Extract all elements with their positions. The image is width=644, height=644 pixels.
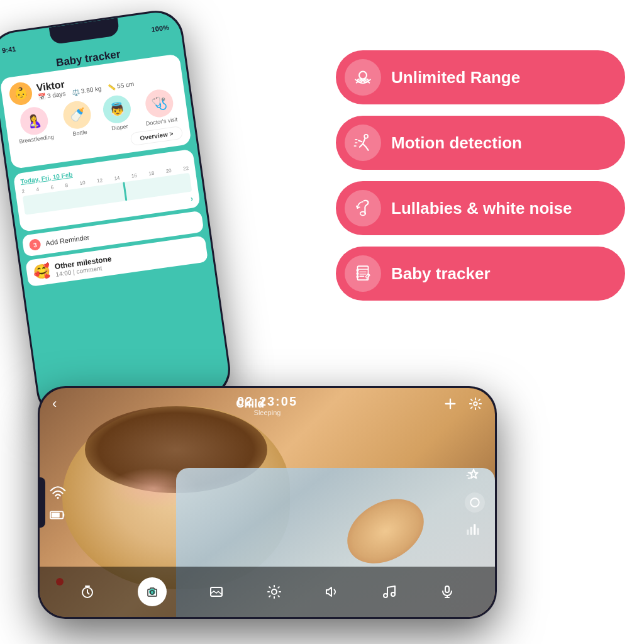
reminder-badge: 3 <box>29 238 42 251</box>
diaper-label: Diaper <box>111 123 129 132</box>
svg-rect-30 <box>445 586 449 592</box>
battery-icon <box>50 510 66 520</box>
unlimited-range-icon-wrap <box>345 59 381 96</box>
camera-back-button[interactable]: ‹ <box>52 396 57 412</box>
svg-point-11 <box>357 276 358 278</box>
landscape-notch <box>38 477 45 528</box>
overview-button[interactable]: Overview > <box>130 126 183 146</box>
svg-rect-22 <box>477 528 479 535</box>
svg-rect-17 <box>52 513 60 517</box>
lullabies-icon <box>352 197 374 219</box>
svg-point-18 <box>470 498 479 507</box>
breastfeeding-label: Breastfeeding <box>19 133 54 145</box>
lullabies-label: Lullabies & white noise <box>391 199 572 218</box>
cam-timer-icon[interactable] <box>80 584 95 599</box>
svg-point-0 <box>359 72 367 79</box>
weight-icon: ⚖️ <box>71 87 79 96</box>
doctor-label: Doctor's visit <box>145 116 178 127</box>
camera-timer: 02:23:05 Sleeping <box>237 394 297 416</box>
baby-tracker-icon-wrap <box>345 255 381 292</box>
milestone-emoji: 🥰 <box>32 262 51 281</box>
track-doctor[interactable]: 🩺 Doctor's visit <box>142 87 178 127</box>
svg-point-10 <box>357 273 358 275</box>
svg-point-28 <box>384 594 387 597</box>
svg-rect-20 <box>470 527 472 535</box>
lullabies-icon-wrap <box>345 190 381 226</box>
baby-avatar: 👶 <box>8 81 34 107</box>
timeline-expand-btn[interactable]: › <box>190 194 194 203</box>
ruler-icon: 📏 <box>107 82 115 91</box>
cam-brightness-icon[interactable] <box>267 584 282 599</box>
svg-point-29 <box>391 592 395 596</box>
track-diaper[interactable]: 👼 Diaper <box>101 94 133 133</box>
portrait-time: 9:41 <box>1 45 16 54</box>
add-icon[interactable] <box>443 397 457 411</box>
cam-camera-active-icon[interactable] <box>138 577 167 606</box>
camera-sleeping-status: Sleeping <box>237 409 297 416</box>
unlimited-range-label: Unlimited Range <box>391 68 520 87</box>
camera-top-right <box>443 397 482 411</box>
cam-snapshot-icon[interactable] <box>465 492 485 513</box>
camera-bottom-bar <box>40 567 495 617</box>
feature-unlimited-range: Unlimited Range <box>336 50 625 104</box>
breastfeeding-icon-circle: 🤱 <box>18 106 50 137</box>
camera-left-icons <box>50 485 66 520</box>
feature-lullabies: Lullabies & white noise <box>336 181 625 235</box>
doctor-icon-circle: 🩺 <box>143 88 175 119</box>
svg-rect-19 <box>467 530 469 535</box>
camera-time: 02:23:05 <box>237 394 297 409</box>
timeline-marker <box>123 182 127 201</box>
feature-baby-tracker: Baby tracker <box>336 247 625 301</box>
cam-volume-bars-icon[interactable] <box>465 521 481 538</box>
cam-microphone-icon[interactable] <box>440 584 455 599</box>
portrait-content: 👶 Viktor 📅 3 days ⚖️ 3.80 kg <box>0 53 226 413</box>
wifi-icon <box>50 485 66 501</box>
svg-point-27 <box>272 589 277 594</box>
motion-detection-icon <box>352 132 374 153</box>
track-bottle[interactable]: 🍼 Bottle <box>62 99 94 138</box>
portrait-phone: 9:41 100% Baby tracker 👶 Viktor 📅 <box>0 7 234 420</box>
motion-detection-label: Motion detection <box>391 133 522 153</box>
svg-line-8 <box>367 279 367 280</box>
svg-point-14 <box>474 402 477 406</box>
cam-lullaby-icon[interactable] <box>382 584 397 599</box>
reminder-label: Add Reminder <box>45 233 90 247</box>
scene: Unlimited Range Motion detection <box>0 0 644 644</box>
features-list: Unlimited Range Motion detection <box>336 50 625 301</box>
motion-detection-icon-wrap <box>345 125 381 161</box>
portrait-phone-inner: 9:41 100% Baby tracker 👶 Viktor 📅 <box>0 9 231 418</box>
cam-motion-icon[interactable] <box>465 467 481 484</box>
track-breastfeeding[interactable]: 🤱 Breastfeeding <box>14 105 54 145</box>
portrait-battery: 100% <box>151 23 170 33</box>
calendar-icon: 📅 <box>37 92 45 101</box>
svg-point-15 <box>57 497 58 499</box>
camera-right-icons <box>465 467 485 538</box>
settings-icon[interactable] <box>469 397 482 411</box>
feature-motion-detection: Motion detection <box>336 116 625 170</box>
cam-sound-icon[interactable] <box>325 584 340 599</box>
baby-tracker-label: Baby tracker <box>391 264 491 284</box>
svg-rect-21 <box>474 524 475 535</box>
bottle-icon-circle: 🍼 <box>62 99 93 131</box>
svg-point-1 <box>364 135 368 138</box>
landscape-phone: ‹ Child <box>38 386 497 619</box>
unlimited-range-icon <box>352 67 374 88</box>
cam-gallery-icon[interactable] <box>209 584 224 599</box>
baby-tracker-icon <box>352 263 374 284</box>
landscape-phone-inner: ‹ Child <box>40 388 495 617</box>
diaper-icon-circle: 👼 <box>101 94 133 125</box>
bottle-label: Bottle <box>72 129 87 137</box>
svg-point-9 <box>357 270 358 272</box>
camera-overlay: ‹ Child <box>40 388 495 617</box>
milestone-info: Other milestone 14:00 | comment <box>54 254 113 277</box>
